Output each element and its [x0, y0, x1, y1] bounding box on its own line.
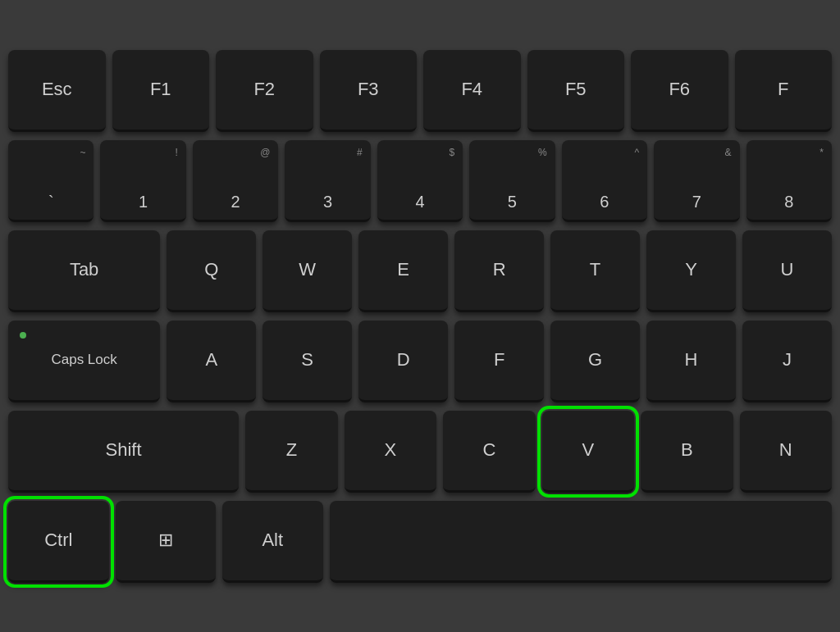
number-row: ~ ` ! 1 @ 2 # 3 $ 4 % 5 ^ 6 & 7 [8, 140, 832, 222]
asdf-row: Caps Lock A S D F G H J [8, 321, 832, 402]
key-f6[interactable]: F6 [631, 50, 728, 132]
key-t[interactable]: T [550, 230, 640, 312]
key-alt[interactable]: Alt [222, 501, 323, 583]
key-z[interactable]: Z [245, 411, 337, 493]
key-4[interactable]: $ 4 [377, 140, 463, 222]
key-f1[interactable]: F1 [112, 50, 210, 132]
key-u[interactable]: U [742, 230, 832, 312]
key-s[interactable]: S [262, 321, 352, 402]
key-e[interactable]: E [358, 230, 448, 312]
function-row: Esc F1 F2 F3 F4 F5 F6 F [8, 50, 832, 132]
key-y[interactable]: Y [646, 230, 736, 312]
key-space[interactable] [330, 501, 833, 583]
key-3[interactable]: # 3 [285, 140, 370, 222]
key-x[interactable]: X [345, 411, 436, 493]
zxcv-row: Shift Z X C V B N [8, 411, 832, 493]
key-win[interactable]: ⊞ [116, 501, 217, 583]
key-esc[interactable]: Esc [8, 50, 106, 132]
key-f5[interactable]: F5 [527, 50, 625, 132]
windows-icon: ⊞ [158, 530, 173, 551]
key-h[interactable]: H [646, 321, 736, 402]
key-f3[interactable]: F3 [320, 50, 418, 132]
key-c[interactable]: C [443, 411, 535, 493]
key-g[interactable]: G [550, 321, 640, 402]
key-j[interactable]: J [742, 321, 832, 402]
key-2[interactable]: @ 2 [193, 140, 278, 222]
key-f[interactable]: F [454, 321, 544, 402]
key-n[interactable]: N [740, 411, 832, 493]
key-1[interactable]: ! 1 [100, 140, 185, 222]
key-v[interactable]: V [542, 411, 634, 493]
key-tilde[interactable]: ~ ` [8, 140, 94, 222]
key-8[interactable]: * 8 [746, 140, 832, 222]
key-capslock[interactable]: Caps Lock [8, 321, 160, 402]
key-f4[interactable]: F4 [423, 50, 521, 132]
caps-lock-indicator [20, 332, 26, 339]
key-5[interactable]: % 5 [469, 140, 555, 222]
key-q[interactable]: Q [167, 230, 256, 312]
key-shift[interactable]: Shift [8, 411, 239, 493]
key-w[interactable]: W [262, 230, 352, 312]
key-6[interactable]: ^ 6 [562, 140, 647, 222]
qwerty-row: Tab Q W E R T Y U [8, 230, 832, 312]
key-7[interactable]: & 7 [654, 140, 739, 222]
key-d[interactable]: D [358, 321, 448, 402]
key-ctrl[interactable]: Ctrl [8, 501, 109, 583]
bottom-row: Ctrl ⊞ Alt [8, 501, 832, 583]
keyboard: Esc F1 F2 F3 F4 F5 F6 F ~ ` ! 1 @ 2 # 3 … [0, 0, 840, 632]
key-r[interactable]: R [454, 230, 544, 312]
key-tab[interactable]: Tab [8, 230, 160, 312]
key-f7[interactable]: F [735, 50, 833, 132]
key-b[interactable]: B [641, 411, 733, 493]
key-a[interactable]: A [167, 321, 256, 402]
key-f2[interactable]: F2 [216, 50, 313, 132]
